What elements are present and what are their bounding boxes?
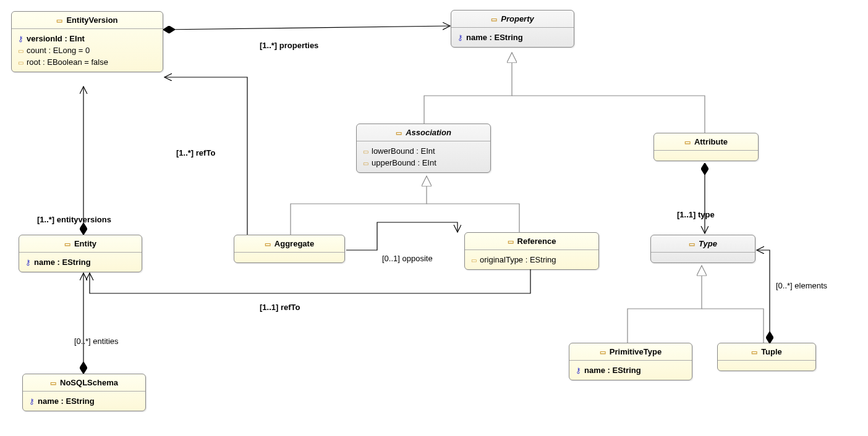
class-name: PrimitiveType [610, 347, 662, 356]
attr-row: upperBound : EInt [363, 157, 484, 169]
class-header: Reference [465, 233, 598, 250]
class-body: name : EString [451, 28, 574, 47]
class-body: name : EString [23, 392, 145, 411]
class-entity[interactable]: Entity name : EString [19, 235, 142, 272]
class-entityversion[interactable]: EntityVersion versionId : EInt count : E… [11, 11, 163, 72]
class-attribute[interactable]: Attribute [653, 133, 759, 161]
class-icon [689, 239, 695, 248]
class-header: Tuple [718, 343, 815, 361]
class-header: EntityVersion [12, 12, 163, 29]
key-icon [18, 34, 23, 43]
class-tuple[interactable]: Tuple [717, 343, 816, 371]
class-body: name : EString [19, 253, 142, 272]
attr-icon [18, 46, 23, 55]
class-primitivetype[interactable]: PrimitiveType name : EString [569, 343, 692, 380]
class-name: Attribute [694, 137, 728, 146]
attr-row: root : EBoolean = false [18, 56, 156, 68]
class-icon [684, 137, 691, 146]
class-body: originalType : EString [465, 250, 598, 269]
class-name: Aggregate [274, 239, 314, 248]
class-name: Type [699, 239, 717, 248]
class-body: versionId : EInt count : ELong = 0 root … [12, 29, 163, 72]
class-name: Association [406, 128, 451, 137]
rel-refto-ref-label: [1..1] refTo [260, 303, 300, 312]
class-name: NoSQLSchema [60, 378, 118, 387]
rel-refto-agg-label: [1..*] refTo [176, 148, 215, 157]
class-icon [56, 15, 62, 25]
class-type[interactable]: Type [650, 235, 755, 263]
class-header: Aggregate [234, 235, 344, 253]
class-aggregate[interactable]: Aggregate [234, 235, 345, 263]
class-header: PrimitiveType [569, 343, 692, 361]
class-icon [751, 347, 757, 356]
class-association[interactable]: Association lowerBound : EInt upperBound… [356, 124, 491, 173]
class-header: Attribute [654, 133, 758, 151]
class-name: Tuple [761, 347, 782, 356]
key-icon [576, 366, 581, 375]
class-icon [265, 239, 271, 248]
rel-entityversions-label: [1..*] entityversions [37, 215, 111, 224]
key-icon [25, 258, 31, 267]
rel-type-label: [1..1] type [677, 210, 715, 219]
class-header: Type [651, 235, 755, 253]
attr-row: versionId : EInt [18, 33, 156, 44]
attr-icon [18, 57, 23, 67]
key-icon [29, 396, 35, 406]
class-icon [50, 378, 56, 387]
class-header: Association [357, 124, 490, 141]
class-name: EntityVersion [66, 15, 117, 25]
class-nosqlschema[interactable]: NoSQLSchema name : EString [22, 374, 146, 411]
class-icon [508, 237, 514, 246]
attr-icon [363, 158, 368, 167]
rel-elements-label: [0..*] elements [776, 281, 827, 290]
attr-row: name : EString [457, 31, 568, 43]
rel-properties-label: [1..*] properties [260, 41, 318, 50]
class-header: Property [451, 10, 574, 28]
rel-opposite-label: [0..1] opposite [382, 254, 433, 263]
attr-icon [363, 146, 368, 156]
class-icon [491, 14, 497, 23]
class-name: Reference [517, 237, 556, 246]
attr-row: originalType : EString [471, 254, 592, 266]
class-header: Entity [19, 235, 142, 253]
class-name: Property [501, 14, 534, 23]
class-property[interactable]: Property name : EString [451, 10, 574, 48]
class-body: lowerBound : EInt upperBound : EInt [357, 141, 490, 172]
key-icon [457, 33, 463, 42]
class-body [234, 253, 344, 262]
attr-row: name : EString [25, 256, 135, 268]
class-body: name : EString [569, 361, 692, 380]
attr-row: name : EString [576, 364, 686, 376]
class-body [651, 253, 755, 262]
rel-entities-label: [0..*] entities [74, 337, 119, 346]
attr-icon [471, 255, 477, 264]
class-body [654, 151, 758, 161]
class-name: Entity [74, 239, 96, 248]
attr-row: name : EString [29, 395, 139, 407]
class-body [718, 361, 815, 371]
svg-line-0 [164, 26, 450, 30]
attr-row: lowerBound : EInt [363, 145, 484, 157]
class-icon [64, 239, 70, 248]
class-icon [600, 347, 606, 356]
class-reference[interactable]: Reference originalType : EString [464, 232, 599, 270]
class-header: NoSQLSchema [23, 374, 145, 392]
attr-row: count : ELong = 0 [18, 44, 156, 56]
class-icon [396, 128, 402, 137]
